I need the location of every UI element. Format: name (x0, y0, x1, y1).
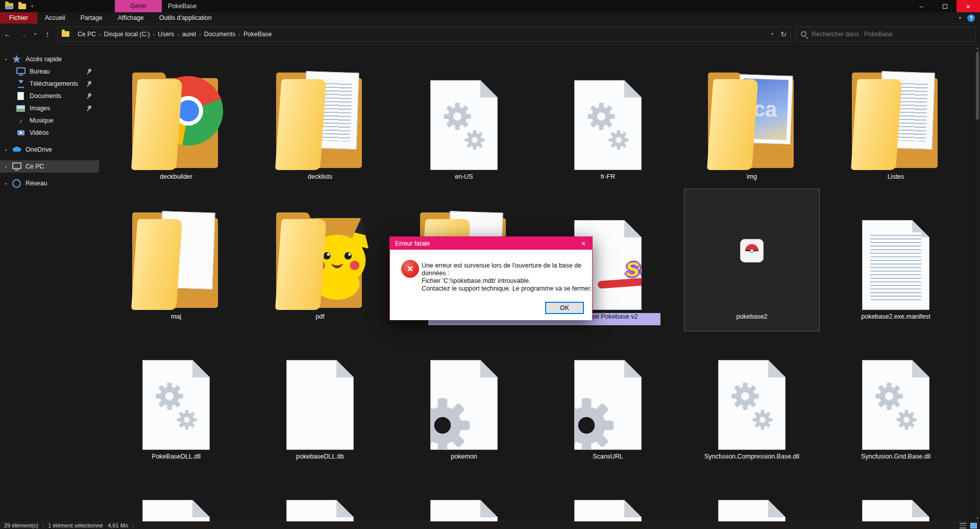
sidebar-item-telechargements[interactable]: Téléchargements (0, 78, 99, 90)
title-bar: ▾ Gérer PokeBase – × (0, 0, 980, 12)
document-icon (286, 500, 354, 521)
gear-icon (586, 102, 616, 131)
maximize-icon (943, 4, 947, 9)
crumb-disque-local[interactable]: Disque local (C:) (101, 31, 153, 38)
file-item-pokebasedll-tlb[interactable]: pokebaseDLL.tlb (248, 331, 392, 471)
quick-access-star-icon (12, 55, 21, 64)
file-item-listes[interactable]: Listes (824, 52, 968, 191)
ok-button[interactable]: OK (545, 302, 584, 314)
folder-qat-icon[interactable] (18, 4, 26, 9)
file-item-pokemon[interactable]: pokemon (392, 331, 536, 471)
file-item[interactable] (392, 471, 536, 521)
search-box[interactable] (795, 27, 976, 42)
pokeball-app-icon (740, 239, 764, 262)
documents-icon (16, 92, 25, 101)
gear-icon (752, 409, 773, 430)
file-item-syncfusion-compression[interactable]: Syncfusion.Compression.Base.dll (680, 331, 824, 471)
dialog-message-line: Une erreur est survenue lors de l'ouvert… (422, 262, 592, 270)
forward-button[interactable]: → (15, 27, 31, 42)
file-item-img[interactable]: ca img (680, 52, 824, 191)
expand-ribbon-icon[interactable]: ▾ (959, 15, 961, 20)
crumb-ce-pc[interactable]: Ce PC (75, 31, 99, 38)
explorer-window-icon (5, 3, 13, 9)
tab-accueil[interactable]: Accueil (37, 12, 73, 23)
file-item[interactable] (104, 471, 248, 521)
file-item-scansurl[interactable]: ScansURL (536, 331, 680, 471)
chevron-down-icon[interactable]: ▾ (5, 57, 12, 62)
system-file-icon (574, 360, 642, 450)
file-item[interactable] (536, 471, 680, 521)
scroll-down-icon[interactable]: ▾ (976, 515, 978, 521)
scrollbar-thumb[interactable] (976, 52, 979, 119)
sidebar-item-label: Documents (30, 92, 61, 100)
manage-ribbon-tab[interactable]: Gérer (115, 0, 162, 12)
history-dropdown-icon[interactable]: ▾ (31, 27, 40, 42)
refresh-icon[interactable]: ↻ (780, 30, 787, 38)
file-item-deckbuilder[interactable]: deckbuilder (104, 52, 248, 191)
file-item-pokebase2-manifest[interactable]: pokebase2.exe.manifest (824, 191, 968, 331)
sidebar-item-documents[interactable]: Documents (0, 90, 99, 102)
dialog-close-icon[interactable]: × (575, 237, 592, 250)
file-label: pokebase2 (736, 313, 767, 320)
file-item-en-us[interactable]: en-US (392, 52, 536, 191)
details-view-toggle[interactable] (960, 523, 966, 528)
videos-icon (16, 129, 25, 137)
thumbnail-view-toggle[interactable] (970, 523, 977, 528)
file-item-pdf[interactable]: pdf (248, 191, 392, 331)
up-button[interactable]: ↑ (40, 27, 55, 42)
search-input[interactable] (812, 31, 970, 38)
sidebar-item-reseau[interactable]: ▸ Réseau (0, 177, 99, 189)
downloads-icon (16, 80, 25, 88)
file-item[interactable] (824, 471, 968, 521)
folder-pikachu-icon (275, 210, 365, 310)
file-item-fr-fr[interactable]: fr-FR (536, 52, 680, 191)
gear-icon (557, 396, 616, 455)
search-icon (801, 31, 806, 37)
file-label: PokeBaseDLL.dll (152, 453, 201, 460)
chevron-right-icon[interactable]: ▸ (5, 148, 12, 152)
sidebar-item-bureau[interactable]: Bureau (0, 65, 99, 78)
tab-affichage[interactable]: Affichage (110, 12, 152, 23)
selection-count: 1 élément sélectionné (48, 522, 103, 528)
sidebar-item-ce-pc[interactable]: ▸ Ce PC (0, 160, 99, 173)
file-item-maj[interactable]: maj (104, 191, 248, 331)
scroll-up-icon[interactable]: ▴ (976, 45, 978, 51)
sidebar-item-onedrive[interactable]: ▸ OneDrive (0, 143, 99, 156)
vertical-scrollbar[interactable]: ▴ ▾ (975, 45, 980, 521)
chevron-right-icon[interactable]: ▸ (5, 181, 12, 186)
file-item-syncfusion-grid[interactable]: Syncfusion.Grid.Base.dll (824, 331, 968, 471)
minimize-button[interactable]: – (910, 0, 933, 12)
images-icon (16, 104, 25, 113)
chevron-right-icon[interactable]: ▸ (5, 164, 12, 169)
file-item-decklists[interactable]: decklists (248, 52, 392, 191)
close-button[interactable]: × (957, 0, 980, 12)
breadcrumb[interactable]: Ce PC › Disque local (C:) › Users › aure… (57, 27, 791, 42)
address-dropdown-icon[interactable]: ▾ (771, 32, 773, 36)
file-item[interactable] (680, 471, 824, 521)
crumb-users[interactable]: Users (155, 31, 177, 38)
tab-outils-application[interactable]: Outils d'application (152, 12, 219, 23)
sidebar-item-label: Accès rapide (26, 56, 62, 63)
sidebar-item-acces-rapide[interactable]: ▾ Accès rapide (0, 53, 99, 65)
sidebar-item-images[interactable]: Images (0, 102, 99, 114)
music-icon: ♪ (16, 116, 25, 125)
file-menu[interactable]: Fichier (0, 12, 37, 23)
blank-document-icon (286, 360, 354, 450)
crumb-pokebase[interactable]: PokeBase (240, 31, 275, 38)
sidebar-item-videos[interactable]: Vidéos (0, 127, 99, 139)
back-button[interactable]: ← (0, 27, 15, 42)
crumb-documents[interactable]: Documents (201, 31, 239, 38)
file-item[interactable] (248, 471, 392, 521)
file-label: deckbuilder (160, 173, 192, 180)
file-item-pokebase2-selected[interactable]: pokebase2 (680, 191, 824, 331)
file-label: pokemon (451, 453, 477, 460)
file-item-pokebasedll-dll[interactable]: PokeBaseDLL.dll (104, 331, 248, 471)
tab-partage[interactable]: Partage (73, 12, 110, 23)
maximize-button[interactable] (933, 0, 957, 12)
sidebar-item-musique[interactable]: ♪ Musique (0, 114, 99, 127)
qat-dropdown-icon[interactable]: ▾ (31, 4, 33, 9)
gear-icon (443, 102, 472, 131)
help-icon[interactable]: ? (967, 14, 975, 22)
crumb-aurel[interactable]: aurel (179, 31, 199, 38)
system-file-icon (430, 360, 498, 450)
